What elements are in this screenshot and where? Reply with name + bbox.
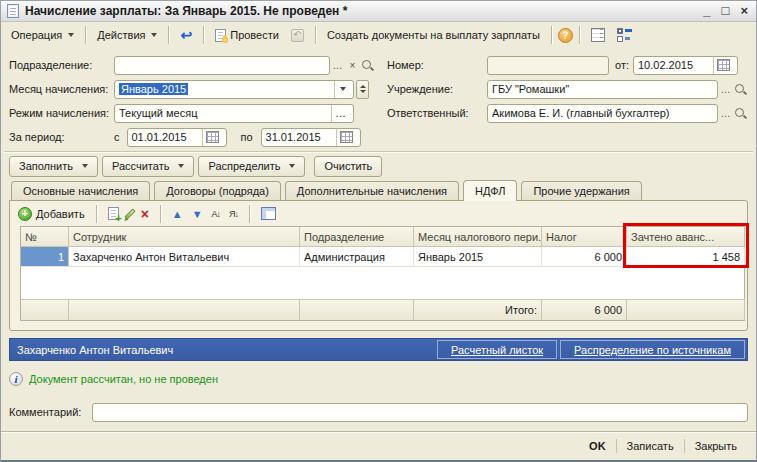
department-open-button[interactable] xyxy=(360,57,375,74)
col-header-employee[interactable]: Сотрудник xyxy=(69,227,300,247)
comment-label: Комментарий: xyxy=(9,406,92,418)
post-document-button[interactable]: Провести xyxy=(210,27,284,44)
total-label: Итого: xyxy=(414,299,542,320)
department-clear-button[interactable]: × xyxy=(345,57,360,74)
minimize-button[interactable]: _ xyxy=(703,4,710,18)
cell-tax[interactable]: 6 000 xyxy=(542,247,627,267)
accrual-month-dropdown-button[interactable] xyxy=(334,81,349,98)
department-label: Подразделение: xyxy=(9,59,114,71)
accrual-month-field[interactable]: Январь 2015 xyxy=(114,80,354,99)
tab-other-deductions[interactable]: Прочие удержания xyxy=(521,181,641,200)
edit-icon xyxy=(124,208,135,219)
department-field[interactable] xyxy=(114,56,330,75)
accrual-month-spinner[interactable] xyxy=(356,80,369,99)
save-button[interactable]: Записать xyxy=(618,437,683,455)
document-list-icon xyxy=(591,28,605,42)
cell-employee[interactable]: Захарченко Антон Витальевич xyxy=(69,247,300,267)
col-header-tax[interactable]: Налог xyxy=(542,227,627,247)
move-down-button[interactable]: ▼ xyxy=(190,207,205,221)
cell-tax-month[interactable]: Январь 2015 xyxy=(414,247,542,267)
institution-open-button[interactable] xyxy=(733,81,748,98)
info-icon: i xyxy=(9,372,23,386)
close-window-button[interactable]: Закрыть xyxy=(686,437,746,455)
total-tax: 6 000 xyxy=(542,299,627,320)
checkbox-list-icon xyxy=(617,28,632,42)
table-row[interactable]: 1 Захарченко Антон Витальевич Администра… xyxy=(21,247,744,267)
payslip-link[interactable]: Расчетный листок xyxy=(437,340,557,359)
period-from-calendar-button[interactable] xyxy=(202,129,222,146)
add-row-button[interactable]: + Добавить xyxy=(16,206,87,222)
accrual-mode-select-button[interactable]: … xyxy=(331,105,349,122)
department-select-button[interactable]: … xyxy=(330,57,345,74)
source-distribution-link[interactable]: Распределение по источникам xyxy=(560,340,745,359)
titlebar: Начисление зарплаты: За Январь 2015. Не … xyxy=(1,1,756,22)
period-to-calendar-button[interactable] xyxy=(336,129,356,146)
responsible-open-button[interactable] xyxy=(733,105,748,122)
tab-contracts[interactable]: Договоры (подряда) xyxy=(154,181,281,200)
post-document-icon xyxy=(215,29,226,42)
col-header-advance[interactable]: Зачтено аванс... xyxy=(627,227,745,247)
maximize-button[interactable]: □ xyxy=(722,4,730,18)
document-list-button[interactable] xyxy=(586,26,610,44)
operation-menu-button[interactable]: Операция xyxy=(6,27,79,43)
comment-field[interactable] xyxy=(92,403,748,422)
magnifier-icon xyxy=(361,59,374,72)
col-header-tax-month[interactable]: Месяц налогового пери... xyxy=(414,227,542,247)
tab-ndfl[interactable]: НДФЛ xyxy=(463,180,517,201)
create-payout-documents-button[interactable]: Создать документы на выплату зарплаты xyxy=(322,27,545,43)
delete-row-button[interactable]: × xyxy=(139,207,151,221)
total-advance xyxy=(627,299,745,320)
window-title: Начисление зарплаты: За Январь 2015. Не … xyxy=(25,4,347,18)
separator xyxy=(616,439,617,453)
calculate-button[interactable]: Рассчитать xyxy=(102,156,194,177)
column-settings-icon xyxy=(261,207,276,220)
related-documents-button[interactable]: ↩ xyxy=(175,27,197,43)
sort-asc-icon: А↓ xyxy=(212,209,221,219)
period-to-field[interactable]: 31.01.2015 xyxy=(261,128,361,147)
undo-posting-button[interactable]: ↶ xyxy=(286,27,309,44)
footer-button-bar: OK Записать Закрыть xyxy=(1,431,756,460)
edit-row-button[interactable] xyxy=(126,207,134,221)
chevron-down-icon xyxy=(340,87,346,91)
grid-toolbar: + Добавить × ▲ ▼ А↓ Я↓ xyxy=(10,201,747,226)
col-header-num[interactable]: № xyxy=(21,227,69,247)
close-button[interactable]: × xyxy=(740,4,748,18)
institution-select-button[interactable]: … xyxy=(718,81,733,98)
number-label: Номер: xyxy=(387,59,487,71)
calendar-icon xyxy=(206,131,219,143)
responsible-select-button[interactable]: … xyxy=(718,105,733,122)
accrual-mode-value: Текущий месяц xyxy=(119,107,198,119)
clear-button[interactable]: Очистить xyxy=(314,156,382,177)
magnifier-icon xyxy=(734,107,747,120)
cell-department[interactable]: Администрация xyxy=(300,247,414,267)
date-calendar-button[interactable] xyxy=(713,57,733,74)
copy-row-button[interactable] xyxy=(106,206,121,221)
separator xyxy=(579,26,580,44)
column-settings-button[interactable] xyxy=(259,206,278,221)
table-total-row: Итого: 6 000 xyxy=(21,299,744,320)
institution-label: Учреждение: xyxy=(387,83,487,95)
tab-main-accruals[interactable]: Основные начисления xyxy=(11,181,150,200)
help-icon[interactable]: ? xyxy=(558,28,573,43)
cell-num[interactable]: 1 xyxy=(21,247,69,267)
tab-additional-accruals[interactable]: Дополнительные начисления xyxy=(285,181,459,200)
sort-asc-button[interactable]: А↓ xyxy=(210,208,223,220)
move-up-button[interactable]: ▲ xyxy=(170,207,185,221)
actions-menu-button[interactable]: Действия xyxy=(92,27,162,43)
date-field[interactable]: 10.02.2015 xyxy=(633,56,738,75)
ndfl-table: № Сотрудник Подразделение Месяц налогово… xyxy=(20,226,745,321)
col-header-department[interactable]: Подразделение xyxy=(300,227,414,247)
institution-field[interactable]: ГБУ "Ромашки" xyxy=(487,80,718,99)
navigate-icon: ↩ xyxy=(180,29,192,41)
responsible-field[interactable]: Акимова Е. И. (главный бухгалтер) xyxy=(487,104,718,123)
cell-advance[interactable]: 1 458 xyxy=(627,247,745,267)
settings-list-button[interactable] xyxy=(612,26,637,44)
accrual-mode-field[interactable]: Текущий месяц … xyxy=(114,104,354,123)
ok-button[interactable]: OK xyxy=(580,437,615,455)
fill-button[interactable]: Заполнить xyxy=(9,156,98,177)
period-from-field[interactable]: 01.01.2015 xyxy=(127,128,227,147)
chevron-down-icon xyxy=(82,164,88,168)
sort-desc-button[interactable]: Я↓ xyxy=(227,208,240,220)
distribute-button[interactable]: Распределить xyxy=(198,156,305,177)
number-field[interactable] xyxy=(487,56,609,75)
